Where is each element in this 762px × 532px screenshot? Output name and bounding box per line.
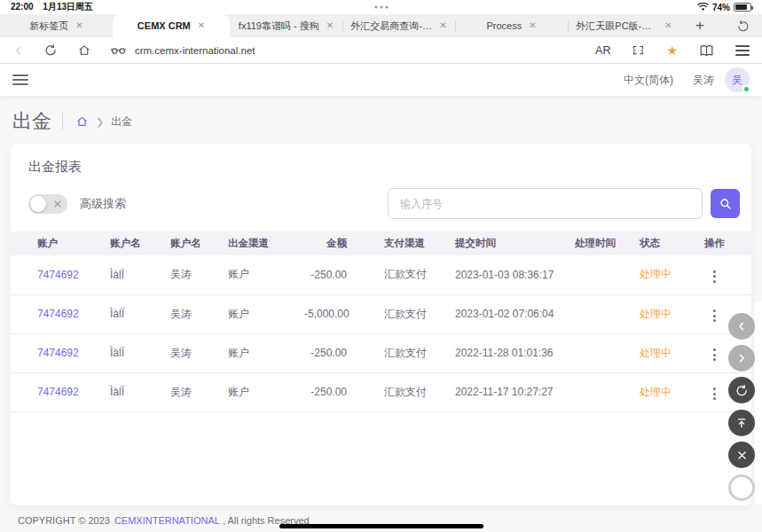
battery-icon [734, 3, 751, 12]
cell-amount: -250.00 [294, 255, 373, 294]
tab-title: CEMX CRM [137, 20, 191, 31]
search-button[interactable] [711, 189, 740, 218]
tab-close-icon[interactable]: ✕ [664, 21, 672, 30]
date: 1月13日周五 [43, 2, 93, 12]
float-forward-button[interactable] [728, 345, 755, 372]
col-header-actions: 操作 [694, 231, 751, 255]
tab-title: 新标签页 [29, 20, 68, 33]
account-link[interactable]: 7474692 [37, 386, 79, 398]
browser-menu-button[interactable] [735, 45, 750, 56]
float-assistive-button[interactable] [728, 474, 755, 501]
restore-tab-button[interactable] [723, 14, 762, 37]
cell-process-time [564, 294, 629, 333]
table-row: 7474692 ÌàlÏ 吴涛 账户 -250.00 汇款支付 2022-11-… [11, 372, 751, 411]
browser-tab[interactable]: 新标签页 ✕ [0, 14, 113, 37]
account-link[interactable]: 7474692 [37, 347, 79, 359]
online-status-dot [742, 85, 750, 93]
card-title: 出金报表 [11, 144, 751, 179]
search-icon [719, 198, 732, 210]
address-url[interactable]: crm.cemx-international.net [135, 45, 255, 56]
status-left: 22:00 1月13日周五 [11, 1, 100, 13]
tab-close-icon[interactable]: ✕ [198, 21, 205, 30]
tabs-container: 新标签页 ✕ CEMX CRM ✕ fx119靠谱吗 - 搜狗 ✕ 外汇交易商查… [0, 14, 680, 37]
browser-tab[interactable]: 外汇交易商查询-外汇 ✕ [342, 14, 455, 37]
battery-percent: 74% [712, 3, 730, 12]
table-row: 7474692 ÌàlÏ 吴涛 账户 -250.00 汇款支付 2023-01-… [11, 255, 751, 294]
breadcrumb-chevron-icon: ❯ [96, 116, 104, 128]
sidebar-toggle-button[interactable] [12, 74, 28, 85]
arrow-to-top-icon [735, 417, 748, 429]
breadcrumb-divider [62, 113, 63, 130]
status-badge: 处理中 [640, 308, 672, 320]
cell-account-name: ÌàlÏ [99, 294, 160, 333]
breadcrumb-current[interactable]: 出金 [111, 114, 132, 129]
col-header-submit-time: 提交时间 [444, 231, 564, 255]
row-actions-button[interactable] [704, 306, 725, 325]
ar-mode-button[interactable]: AR [595, 44, 610, 57]
avatar-initial: 吴 [732, 73, 742, 88]
fullscreen-button[interactable] [632, 43, 645, 57]
menu-icon [735, 45, 750, 47]
reload-icon [44, 43, 58, 57]
scrollbar[interactable] [755, 301, 762, 504]
home-indicator[interactable] [279, 524, 483, 528]
col-header-amount: 金额 [294, 231, 373, 255]
undo-icon [736, 20, 750, 33]
float-scroll-top-button[interactable] [728, 410, 755, 436]
float-refresh-button[interactable] [728, 377, 755, 403]
breadcrumb: 出金 ❯ 出金 [0, 96, 762, 144]
cell-submit-time: 2023-01-03 08:36:17 [444, 255, 564, 294]
account-link[interactable]: 7474692 [37, 308, 79, 320]
tab-close-icon[interactable]: ✕ [326, 21, 334, 30]
tab-title: 外汇天眼PC版-查监管 [576, 20, 657, 33]
browser-tab[interactable]: 外汇天眼PC版-查监管 ✕ [568, 14, 680, 37]
row-actions-button[interactable] [704, 384, 725, 403]
cell-amount: -250.00 [294, 333, 373, 372]
new-tab-button[interactable]: + [680, 14, 719, 37]
reload-button[interactable] [44, 43, 58, 57]
plus-icon: + [695, 17, 704, 35]
browser-tab[interactable]: CEMX CRM ✕ [113, 14, 230, 37]
float-close-button[interactable] [728, 442, 755, 468]
cell-account-name2: 吴涛 [160, 372, 217, 411]
book-icon [699, 44, 714, 57]
cell-process-time [564, 372, 629, 411]
reading-list-button[interactable] [699, 44, 714, 57]
reader-mode-button[interactable] [111, 45, 126, 56]
status-badge: 处理中 [640, 386, 672, 398]
tab-close-icon[interactable]: ✕ [75, 21, 82, 30]
col-header-account-name: 账户名 [99, 231, 160, 255]
home-button[interactable] [77, 43, 91, 57]
toggle-knob [30, 196, 46, 212]
breadcrumb-home-icon[interactable] [75, 115, 89, 128]
language-selector[interactable]: 中文(简体) [624, 73, 673, 88]
bookmark-star-icon[interactable]: ★ [666, 44, 678, 57]
page-title: 出金 [12, 108, 51, 135]
cell-channel: 账户 [217, 372, 294, 411]
tab-title: Process [486, 20, 522, 31]
account-link[interactable]: 7474692 [37, 269, 79, 281]
advanced-search-toggle[interactable] [28, 194, 67, 214]
close-icon [736, 450, 748, 461]
cell-channel: 账户 [217, 294, 294, 333]
tab-close-icon[interactable]: ✕ [529, 21, 536, 30]
col-header-process-time: 处理时间 [564, 231, 629, 255]
back-button[interactable] [12, 44, 25, 57]
cell-process-time [564, 255, 629, 294]
row-actions-button[interactable] [704, 345, 725, 364]
browser-tab[interactable]: fx119靠谱吗 - 搜狗 ✕ [230, 14, 342, 37]
float-back-button[interactable] [728, 313, 755, 340]
filter-row: 高级搜索 [11, 179, 751, 231]
browser-tab[interactable]: Process ✕ [455, 14, 568, 37]
copyright-text: COPYRIGHT © 2023 [18, 515, 110, 526]
user-name: 吴涛 [693, 73, 714, 88]
chevron-right-icon [735, 352, 748, 364]
tab-close-icon[interactable]: ✕ [439, 21, 446, 30]
brand-link[interactable]: CEMXINTERNATIONAL [114, 515, 220, 526]
avatar[interactable]: 吴 [725, 67, 750, 92]
search-input[interactable] [388, 188, 703, 219]
row-actions-button[interactable] [704, 267, 725, 286]
toggle-off-x-icon [54, 200, 61, 207]
toolbar-right: AR ★ [595, 43, 750, 57]
wifi-icon [697, 3, 709, 12]
